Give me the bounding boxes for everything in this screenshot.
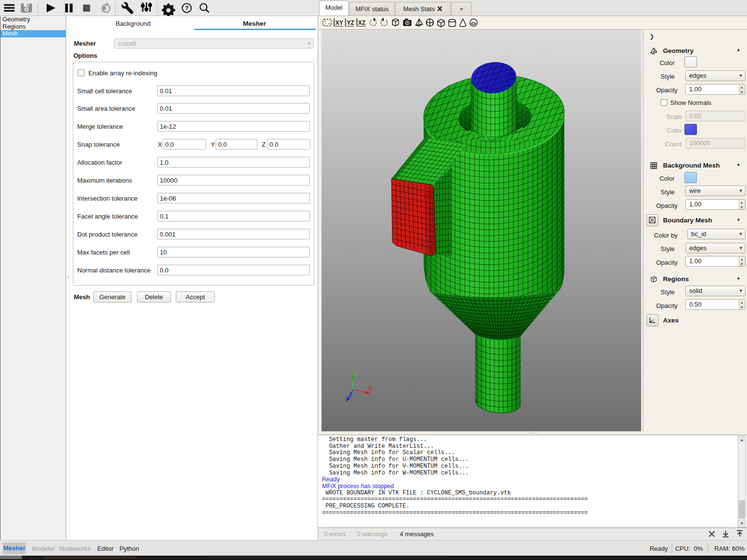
- svg-text:YZ: YZ: [347, 19, 354, 26]
- svg-text:XZ: XZ: [358, 19, 365, 26]
- svg-text:Z: Z: [348, 392, 353, 398]
- svg-text:Y: Y: [355, 371, 359, 376]
- svg-text:XY: XY: [336, 19, 343, 26]
- svg-text:X: X: [368, 386, 373, 391]
- svg-text:?: ?: [185, 5, 189, 12]
